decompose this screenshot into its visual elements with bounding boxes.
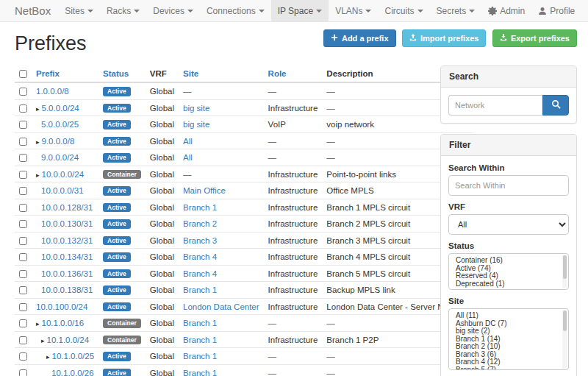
column-header-prefix[interactable]: Prefix xyxy=(32,65,98,82)
site-link[interactable]: Branch 3 xyxy=(183,236,217,245)
status-listbox[interactable]: Container (16)Active (74)Reserved (4)Dep… xyxy=(448,253,569,290)
site-link[interactable]: All xyxy=(183,137,193,146)
status-badge[interactable]: Active xyxy=(103,137,131,146)
app-brand[interactable]: NetBox xyxy=(0,0,58,21)
status-badge[interactable]: Container xyxy=(103,336,141,345)
site-listbox[interactable]: All (11)Ashburn DC (7)big site (2)Branch… xyxy=(448,308,569,370)
status-badge[interactable]: Active xyxy=(103,252,131,262)
prefix-link[interactable]: 10.1.0.0/24 xyxy=(47,336,90,344)
site-link[interactable]: big site xyxy=(183,120,209,129)
prefix-link[interactable]: 10.1.0.0/16 xyxy=(42,319,85,327)
scrollbar[interactable] xyxy=(562,255,567,288)
prefix-link[interactable]: 1.0.0.0/8 xyxy=(36,87,69,96)
import-prefixes-button[interactable]: Import prefixes xyxy=(402,29,486,47)
site-link[interactable]: London Data Center xyxy=(183,302,259,311)
site-link[interactable]: big site xyxy=(183,104,209,113)
site-link[interactable]: Branch 2 xyxy=(183,219,217,228)
status-badge[interactable]: Active xyxy=(103,369,131,376)
row-checkbox[interactable] xyxy=(19,303,27,311)
row-checkbox[interactable] xyxy=(19,352,27,361)
row-checkbox[interactable] xyxy=(19,171,27,179)
prefix-link[interactable]: 10.0.0.138/31 xyxy=(41,285,93,294)
site-link[interactable]: Branch 1 xyxy=(183,203,217,212)
select-all-checkbox[interactable] xyxy=(19,70,27,78)
site-link[interactable]: Branch 1 xyxy=(183,352,217,361)
status-badge[interactable]: Active xyxy=(103,219,131,229)
site-link[interactable]: Branch 1 xyxy=(183,285,217,294)
row-checkbox[interactable] xyxy=(19,319,27,327)
add-prefix-button[interactable]: Add a prefix xyxy=(323,29,396,47)
listbox-option[interactable]: Container (16) xyxy=(449,257,568,265)
site-link[interactable]: Branch 1 xyxy=(183,319,217,327)
site-link[interactable]: All xyxy=(183,153,193,162)
status-badge[interactable]: Active xyxy=(103,87,131,96)
row-checkbox[interactable] xyxy=(19,154,27,162)
row-checkbox[interactable] xyxy=(19,138,27,146)
listbox-option[interactable]: Deprecated (1) xyxy=(449,280,568,288)
nav-item-profile[interactable]: Profile xyxy=(531,0,581,21)
status-badge[interactable]: Container xyxy=(103,170,141,180)
prefix-link[interactable]: 5.0.0.0/25 xyxy=(41,120,79,129)
prefix-link[interactable]: 10.0.0.134/31 xyxy=(41,252,93,261)
site-link[interactable]: Branch 1 xyxy=(183,336,217,344)
nav-item-connections[interactable]: Connections xyxy=(200,0,271,21)
prefix-link[interactable]: 10.1.0.0/25 xyxy=(52,352,95,361)
nav-item-devices[interactable]: Devices xyxy=(146,0,200,21)
prefix-link[interactable]: 9.0.0.0/8 xyxy=(42,137,75,146)
site-link[interactable]: Branch 4 xyxy=(183,252,217,261)
prefix-link[interactable]: 10.0.0.0/24 xyxy=(42,170,85,179)
status-badge[interactable]: Active xyxy=(103,186,131,196)
scrollbar-thumb[interactable] xyxy=(563,311,567,331)
listbox-option[interactable]: Branch 4 (12) xyxy=(449,358,568,366)
nav-item-ip-space[interactable]: IP Space xyxy=(271,0,329,21)
row-checkbox[interactable] xyxy=(19,270,27,278)
nav-item-admin[interactable]: Admin xyxy=(481,0,531,21)
nav-item-log-out[interactable]: Log out xyxy=(581,0,588,21)
listbox-option[interactable]: All (11) xyxy=(449,312,568,320)
listbox-option[interactable]: Branch 5 (7) xyxy=(449,366,568,371)
row-checkbox[interactable] xyxy=(19,204,27,212)
prefix-link[interactable]: 9.0.0.0/24 xyxy=(41,153,79,162)
site-link[interactable]: Main Office xyxy=(183,186,226,195)
export-prefixes-button[interactable]: Export prefixes xyxy=(492,29,577,47)
scrollbar[interactable] xyxy=(562,310,567,369)
status-badge[interactable]: Active xyxy=(103,153,131,163)
prefix-link[interactable]: 5.0.0.0/24 xyxy=(42,104,79,113)
status-badge[interactable]: Active xyxy=(103,302,131,312)
row-checkbox[interactable] xyxy=(19,220,27,228)
prefix-link[interactable]: 10.0.0.130/31 xyxy=(41,219,93,228)
status-badge[interactable]: Active xyxy=(103,352,131,361)
listbox-option[interactable]: big site (2) xyxy=(449,327,568,336)
status-badge[interactable]: Container xyxy=(103,319,141,328)
nav-item-secrets[interactable]: Secrets xyxy=(430,0,482,21)
nav-item-vlans[interactable]: VLANs xyxy=(329,0,378,21)
search-button[interactable] xyxy=(542,95,569,116)
site-link[interactable]: Branch 4 xyxy=(183,269,217,278)
status-badge[interactable]: Active xyxy=(103,104,131,113)
row-checkbox[interactable] xyxy=(19,121,27,129)
search-input[interactable] xyxy=(448,95,542,116)
site-link[interactable]: Branch 1 xyxy=(183,369,217,376)
prefix-link[interactable]: 10.0.100.0/24 xyxy=(36,302,87,311)
nav-item-racks[interactable]: Racks xyxy=(100,0,146,21)
column-header-role[interactable]: Role xyxy=(264,65,323,82)
listbox-option[interactable]: Reserved (4) xyxy=(449,272,568,280)
prefix-link[interactable]: 10.1.0.0/26 xyxy=(51,369,94,376)
status-badge[interactable]: Active xyxy=(103,120,131,130)
prefix-link[interactable]: 10.0.0.128/31 xyxy=(41,203,93,212)
prefix-link[interactable]: 10.0.0.132/31 xyxy=(41,236,93,245)
column-header-site[interactable]: Site xyxy=(179,65,264,82)
row-checkbox[interactable] xyxy=(19,237,27,245)
status-badge[interactable]: Active xyxy=(103,269,131,279)
row-checkbox[interactable] xyxy=(19,286,27,294)
prefix-link[interactable]: 10.0.0.136/31 xyxy=(41,269,93,278)
row-checkbox[interactable] xyxy=(19,187,27,195)
row-checkbox[interactable] xyxy=(19,104,27,113)
nav-item-sites[interactable]: Sites xyxy=(58,0,100,21)
prefix-link[interactable]: 10.0.0.0/31 xyxy=(41,186,84,195)
column-header-status[interactable]: Status xyxy=(98,65,146,82)
status-badge[interactable]: Active xyxy=(103,203,131,213)
status-badge[interactable]: Active xyxy=(103,285,131,295)
scrollbar-thumb[interactable] xyxy=(563,255,567,279)
row-checkbox[interactable] xyxy=(19,336,27,344)
